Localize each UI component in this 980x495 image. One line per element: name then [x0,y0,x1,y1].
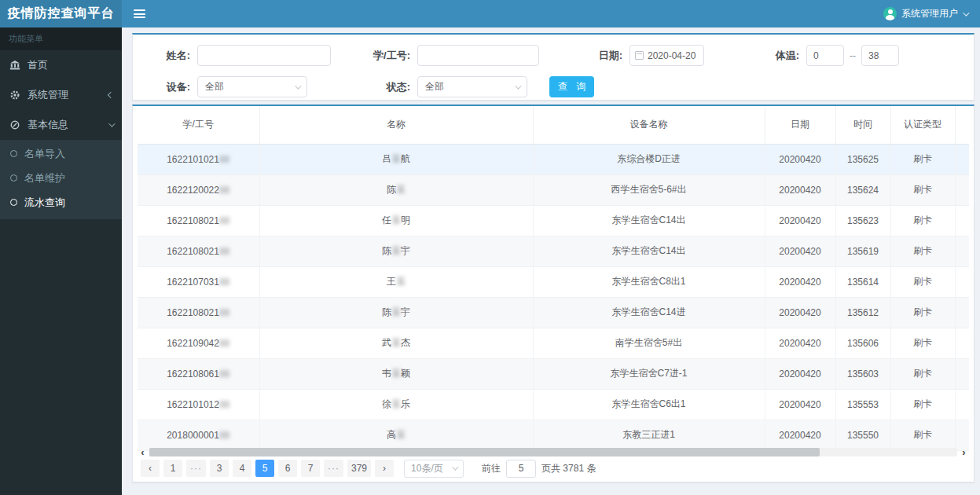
app-logo: 疫情防控查询平台 [0,0,122,28]
table-row[interactable]: 162210703188王某东学生宿舍C8出120200420135614刷卡 [138,266,969,297]
main-content: 姓名: 学/工号: 日期: 2020-04-20 体温: -- 设备: 全部 状… [122,28,980,495]
header-student-id: 学/工号 [138,106,259,144]
user-avatar-icon [883,7,897,20]
status-select[interactable]: 全部 [417,76,527,97]
cell-extra [955,297,969,328]
cell-date: 20200420 [765,420,835,450]
table-panel: 学/工号 名称 设备名称 日期 时间 认证类型 162210102188吕某航东… [132,104,974,482]
pagination-page-7[interactable]: 7 [301,460,320,477]
table-body: 162210102188吕某航东综合楼D正进20200420135625刷卡16… [138,144,969,450]
chevron-left-icon [108,92,114,98]
cell-extra [955,205,969,236]
sidebar-item-list-maintain[interactable]: 名单维护 [0,166,122,190]
scroll-left-icon[interactable]: ‹ [138,447,148,457]
chevron-down-icon [963,9,969,16]
cell-student-id: 162210802188 [138,297,259,328]
cell-time: 135619 [835,236,890,266]
table-row[interactable]: 162210101288徐某乐东学生宿舍C6出120200420135553刷卡 [138,389,969,420]
date-picker[interactable]: 2020-04-20 [629,45,704,66]
cell-date: 20200420 [765,144,835,174]
cell-time: 135603 [835,358,890,389]
pagination-page-3[interactable]: 3 [210,460,229,477]
table-row[interactable]: 201800000188高某东教三正进120200420135550刷卡 [138,420,969,450]
table-row[interactable]: 162210904288武某杰南学生宿舍5#出20200420135606刷卡 [138,328,969,358]
cell-time: 135624 [835,174,890,205]
table-row[interactable]: 162210802188陈某宇东学生宿舍C14出20200420135619刷卡 [138,236,969,266]
top-header: 疫情防控查询平台 系统管理用户 [0,0,980,28]
pagination-ellipsis[interactable]: ··· [324,460,343,477]
pagination-prev-button[interactable]: ‹ [141,460,160,477]
header-extra [955,106,969,144]
cell-date: 20200420 [765,389,835,420]
name-input[interactable] [197,45,331,66]
cell-extra [955,174,969,205]
cell-student-id: 162210806188 [138,358,259,389]
status-label: 状态: [307,80,417,94]
scrollbar-thumb[interactable] [149,448,820,456]
goto-page-input[interactable] [506,460,536,478]
cell-extra [955,266,969,297]
pagination-page-4[interactable]: 4 [233,460,251,477]
calendar-icon [635,51,644,60]
cell-name: 任某明 [259,205,533,236]
cell-auth-type: 刷卡 [890,297,955,328]
sidebar-item-system[interactable]: 系统管理 [0,80,122,110]
cell-date: 20200420 [765,266,835,297]
circle-o-icon [10,174,17,182]
pagination-page-1[interactable]: 1 [163,460,182,477]
cell-time: 135553 [835,389,890,420]
cell-name: 陈某宇 [259,236,533,266]
header-date: 日期 [765,106,835,144]
cell-auth-type: 刷卡 [890,205,955,236]
student-id-label: 学/工号: [331,49,417,63]
cell-device: 东学生宿舍C14出 [533,236,765,266]
cell-student-id: 162210703188 [138,266,259,297]
cell-time: 135550 [835,420,890,450]
cell-name: 王某 [259,266,533,297]
cell-name: 陈某 [259,174,533,205]
cell-name: 高某 [259,420,533,450]
page-size-select[interactable]: 10条/页 [404,460,464,478]
table-row[interactable]: 162210806188韦某颖东学生宿舍C7进-120200420135603刷… [138,358,969,389]
student-id-input[interactable] [417,45,539,66]
sidebar-item-basic-info[interactable]: 基本信息 [0,110,122,140]
cell-device: 西学生宿舍5-6#出 [533,174,765,205]
cell-date: 20200420 [765,174,835,205]
table-row[interactable]: 162210802188陈某宇东学生宿舍C14进20200420135612刷卡 [138,297,969,328]
pagination-page-379[interactable]: 379 [347,460,371,477]
sidebar-toggle-button[interactable] [122,0,156,28]
table-row[interactable]: 162210802188任某明东学生宿舍C14出20200420135623刷卡 [138,205,969,236]
temperature-min-input[interactable] [806,45,844,66]
cell-auth-type: 刷卡 [890,266,955,297]
cell-time: 135625 [835,144,890,174]
cell-date: 20200420 [765,328,835,358]
scrollbar-track[interactable] [149,448,957,456]
cell-auth-type: 刷卡 [890,389,955,420]
cell-device: 东学生宿舍C14进 [533,297,765,328]
temperature-max-input[interactable] [861,45,899,66]
pagination-ellipsis[interactable]: ··· [186,460,206,477]
sidebar-item-label: 名单导入 [24,147,65,161]
pagination-page-5[interactable]: 5 [255,460,274,477]
sidebar-item-record-query[interactable]: 流水查询 [0,190,122,214]
table-row[interactable]: 162212002288陈某西学生宿舍5-6#出20200420135624刷卡 [138,174,969,205]
query-button[interactable]: 查 询 [549,76,594,97]
cell-time: 135606 [835,328,890,358]
sidebar-item-list-import[interactable]: 名单导入 [0,141,122,166]
cell-auth-type: 刷卡 [890,236,955,266]
cell-device: 东学生宿舍C6出1 [533,389,765,420]
scroll-right-icon[interactable]: › [959,447,969,457]
cell-extra [955,328,969,358]
chevron-down-icon [515,82,521,89]
horizontal-scrollbar: ‹ › [138,447,969,457]
user-menu[interactable]: 系统管理用户 [883,0,980,28]
table-row[interactable]: 162210102188吕某航东综合楼D正进20200420135625刷卡 [138,144,969,174]
user-name: 系统管理用户 [901,7,958,20]
sidebar-item-home[interactable]: 首页 [0,50,122,80]
pagination-next-button[interactable]: › [375,460,394,477]
device-select[interactable]: 全部 [197,76,307,97]
device-select-value: 全部 [205,80,224,94]
records-table: 学/工号 名称 设备名称 日期 时间 认证类型 162210102188吕某航东… [138,106,969,451]
pagination-page-6[interactable]: 6 [278,460,297,477]
filter-panel: 姓名: 学/工号: 日期: 2020-04-20 体温: -- 设备: 全部 状… [132,33,974,101]
